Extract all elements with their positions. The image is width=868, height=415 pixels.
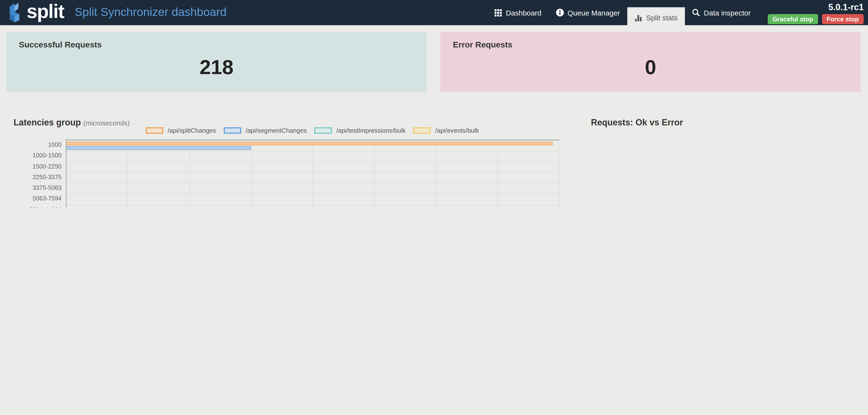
- navbar-right: 5.0.1-rc1 Graceful stop Force stop: [768, 1, 864, 24]
- nav-item-data-inspector[interactable]: Data inspector: [685, 0, 758, 25]
- y-tick-label: 1000: [0, 139, 62, 150]
- stop-buttons: Graceful stop Force stop: [768, 14, 864, 24]
- latency-row-7594-11391: [66, 205, 559, 208]
- legend-swatch: [146, 127, 163, 134]
- y-tick-label: 3375-5063: [0, 183, 62, 193]
- brand: split Split Synchronizer dashboard: [7, 2, 227, 23]
- legend-label: /api/testImpressions/bulk: [336, 127, 406, 134]
- search-icon: [692, 9, 700, 17]
- legend-label: /api/segmentChanges: [246, 127, 307, 134]
- nav-item-label: Dashboard: [506, 8, 541, 17]
- latencies-plot-area: [66, 139, 559, 208]
- main-nav: Dashboard Queue Manager: [487, 0, 758, 25]
- latency-row-3375-5063: [66, 184, 559, 194]
- error-requests-card: Error Requests 0: [440, 32, 861, 92]
- bar--api-segmentChanges-1000: [66, 146, 251, 150]
- chart-legend: /api/splitChanges /api/segmentChanges /a…: [66, 127, 559, 134]
- legend-swatch: [413, 127, 431, 134]
- latency-row-1000-1500: [66, 151, 559, 162]
- top-navbar: split Split Synchronizer dashboard Dashb…: [0, 0, 868, 25]
- y-tick-label: 2250-3375: [0, 172, 62, 183]
- latencies-section-title: Latencies group(microseconds): [13, 118, 130, 128]
- brand-wordmark: split: [27, 1, 64, 21]
- latency-row-1500-2250: [66, 162, 559, 173]
- y-tick-label: 1500-2250: [0, 161, 62, 172]
- grid-icon: [495, 9, 502, 16]
- legend-item-events[interactable]: /api/events/bulk: [413, 127, 479, 134]
- version-label: 5.0.1-rc1: [828, 3, 864, 11]
- latency-row-2250-3375: [66, 173, 559, 184]
- split-logo-icon: [7, 2, 22, 23]
- error-requests-value: 0: [453, 56, 848, 79]
- legend-swatch: [315, 127, 332, 134]
- legend-item-segmentChanges[interactable]: /api/segmentChanges: [224, 127, 307, 134]
- requests-title-text: Requests: Ok vs Error: [591, 118, 683, 127]
- nav-item-label: Data inspector: [704, 8, 750, 17]
- split-synchronizer-dashboard: split Split Synchronizer dashboard Dashb…: [0, 0, 868, 208]
- summary-cards: Successful Requests 218 Error Requests 0: [6, 32, 861, 92]
- app-title: Split Synchronizer dashboard: [74, 6, 226, 18]
- latency-y-axis: 10001000-15001500-22502250-33753375-5063…: [0, 139, 62, 208]
- nav-item-queue-manager[interactable]: Queue Manager: [549, 0, 627, 25]
- latencies-title-unit: (microseconds): [83, 119, 130, 127]
- nav-item-label: Split stats: [646, 13, 678, 22]
- bar-chart-icon: [634, 14, 642, 22]
- y-tick-label: 5063-7594: [0, 193, 62, 204]
- latency-row-1000: [66, 140, 559, 151]
- legend-item-splitChanges[interactable]: /api/splitChanges: [146, 127, 216, 134]
- card-title: Successful Requests: [19, 40, 414, 50]
- legend-label: /api/events/bulk: [435, 127, 479, 134]
- successful-requests-value: 218: [19, 56, 414, 79]
- nav-item-split-stats[interactable]: Split stats: [627, 7, 685, 28]
- nav-item-label: Queue Manager: [567, 8, 620, 17]
- successful-requests-card: Successful Requests 218: [6, 32, 427, 92]
- latencies-title-text: Latencies group: [13, 118, 81, 127]
- y-axis-line: [66, 139, 66, 208]
- bar--api-splitChanges-1000: [66, 141, 553, 145]
- graceful-stop-button[interactable]: Graceful stop: [768, 14, 818, 24]
- y-tick-label: 7594-11391: [0, 204, 62, 208]
- nav-item-dashboard[interactable]: Dashboard: [487, 0, 549, 25]
- legend-swatch: [224, 127, 241, 134]
- latency-row-5063-7594: [66, 194, 559, 205]
- y-tick-label: 1000-1500: [0, 150, 62, 161]
- requests-section-title: Requests: Ok vs Error: [591, 118, 683, 128]
- card-title: Error Requests: [453, 40, 848, 50]
- vertical-gridline: [559, 140, 559, 208]
- force-stop-button[interactable]: Force stop: [822, 14, 864, 24]
- legend-item-testImpressions[interactable]: /api/testImpressions/bulk: [315, 127, 406, 134]
- legend-label: /api/splitChanges: [167, 127, 216, 134]
- info-icon: [556, 9, 564, 17]
